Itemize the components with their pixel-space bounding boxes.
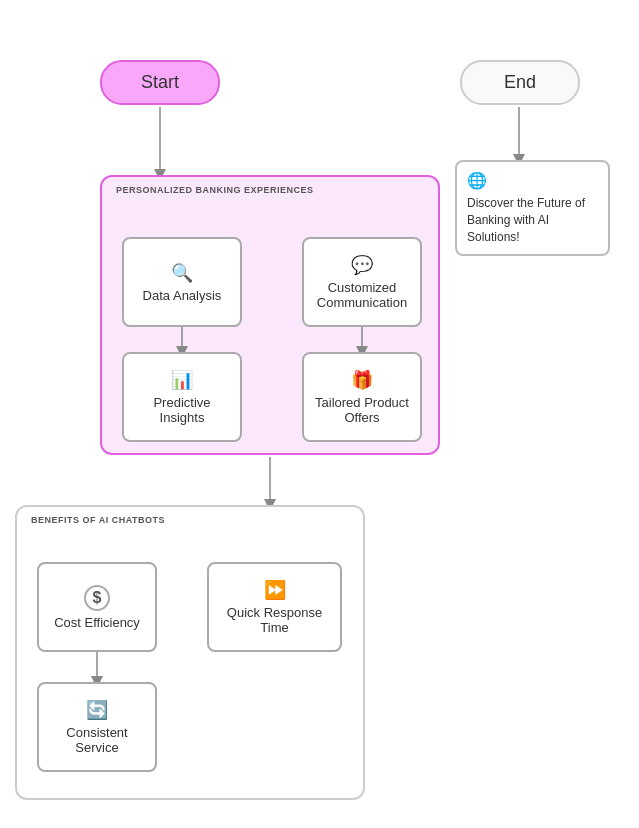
end-label: End (504, 72, 536, 93)
quick-response-label: Quick Response Time (219, 605, 330, 635)
node-consistent-service: 🔄 Consistent Service (37, 682, 157, 772)
diagram-container: Start End 🌐 Discover the Future of Banki… (0, 0, 639, 828)
chat-icon: 💬 (351, 254, 373, 276)
node-customized-comm: 💬 Customized Communication (302, 237, 422, 327)
end-node: End (460, 60, 580, 105)
start-node: Start (100, 60, 220, 105)
personalized-group-label: PERSONALIZED BANKING EXPERIENCES (116, 185, 314, 195)
chart-icon: 📊 (171, 369, 193, 391)
globe-icon: 🌐 (467, 170, 598, 192)
gift-icon: 🎁 (351, 369, 373, 391)
group-benefits-chatbots: BENEFITS OF AI CHATBOTS $ Cost Efficienc… (15, 505, 365, 800)
node-quick-response: ⏩ Quick Response Time (207, 562, 342, 652)
start-label: Start (141, 72, 179, 93)
node-data-analysis: 🔍 Data Analysis (122, 237, 242, 327)
node-cost-efficiency: $ Cost Efficiency (37, 562, 157, 652)
search-icon: 🔍 (171, 262, 193, 284)
refresh-icon: 🔄 (86, 699, 108, 721)
benefits-group-label: BENEFITS OF AI CHATBOTS (31, 515, 165, 525)
cost-efficiency-label: Cost Efficiency (54, 615, 140, 630)
node-tailored-product: 🎁 Tailored Product Offers (302, 352, 422, 442)
callout-box: 🌐 Discover the Future of Banking with AI… (455, 160, 610, 256)
data-analysis-label: Data Analysis (143, 288, 222, 303)
customized-comm-label: Customized Communication (314, 280, 410, 310)
predictive-insights-label: Predictive Insights (134, 395, 230, 425)
consistent-service-label: Consistent Service (49, 725, 145, 755)
fast-forward-icon: ⏩ (264, 579, 286, 601)
dollar-icon: $ (84, 585, 110, 611)
tailored-product-label: Tailored Product Offers (314, 395, 410, 425)
node-predictive-insights: 📊 Predictive Insights (122, 352, 242, 442)
callout-text: Discover the Future of Banking with AI S… (467, 196, 585, 244)
group-personalized-banking: PERSONALIZED BANKING EXPERIENCES 🔍 Data … (100, 175, 440, 455)
